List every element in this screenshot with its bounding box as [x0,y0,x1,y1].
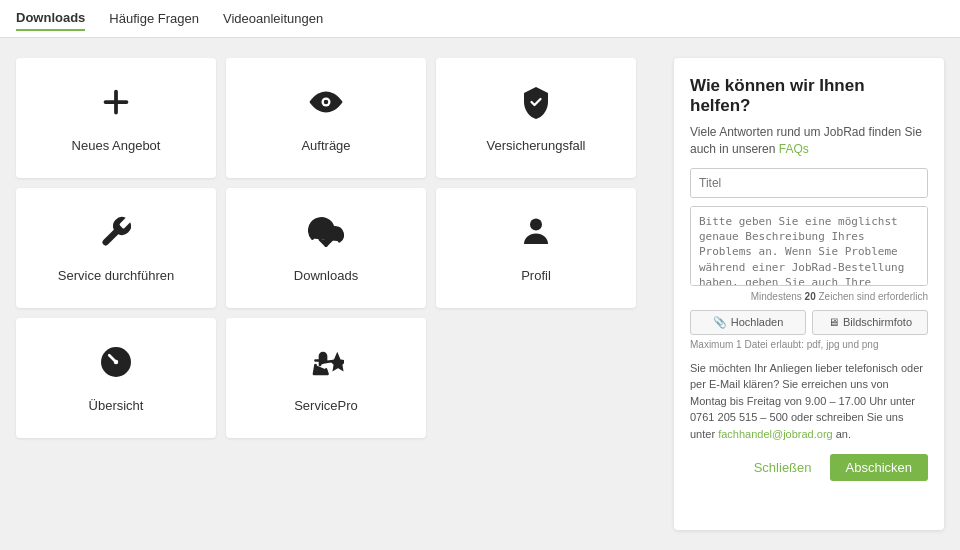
person-icon [518,214,554,258]
top-navigation: DownloadsHäufige FragenVideoanleitungen [0,0,960,38]
submit-button[interactable]: Abschicken [830,454,928,481]
char-hint-num: 20 [805,291,816,302]
tile-label-servicepro: ServicePro [294,398,358,413]
upload-row: 📎 Hochladen 🖥 Bildschirmfoto [690,310,928,335]
nav-item-downloads[interactable]: Downloads [16,6,85,31]
char-hint-post: Zeichen sind erforderlich [816,291,928,302]
dashboard-icon [98,344,134,388]
close-button[interactable]: Schließen [744,454,822,481]
download-cloud-icon [308,214,344,258]
tile-label-versicherungsfall: Versicherungsfall [487,138,586,153]
help-panel-title: Wie können wir Ihnen helfen? [690,76,928,116]
wrench-icon [98,214,134,258]
max-file-hint: Maximum 1 Datei erlaubt: pdf, jpg und pn… [690,339,928,350]
contact-text-2: an. [836,428,851,440]
tile-service[interactable]: Service durchführen [16,188,216,308]
tile-label-profil: Profil [521,268,551,283]
shield-icon [518,84,554,128]
help-panel-desc: Viele Antworten rund um JobRad finden Si… [690,124,928,158]
screenshot-icon: 🖥 [828,316,839,328]
tile-versicherungsfall[interactable]: Versicherungsfall [436,58,636,178]
upload-button[interactable]: 📎 Hochladen [690,310,806,335]
faq-link[interactable]: FAQs [779,142,809,156]
tile-auftraege[interactable]: Aufträge [226,58,426,178]
tile-grid: Neues AngebotAufträgeVersicherungsfallSe… [16,58,636,438]
tile-servicepro[interactable]: ServicePro [226,318,426,438]
svg-point-5 [114,359,119,364]
nav-item-video[interactable]: Videoanleitungen [223,7,323,30]
screenshot-label: Bildschirmfoto [843,316,912,328]
tile-label-neues-angebot: Neues Angebot [72,138,161,153]
tile-downloads[interactable]: Downloads [226,188,426,308]
tile-label-service: Service durchführen [58,268,174,283]
tile-neues-angebot[interactable]: Neues Angebot [16,58,216,178]
plus-icon [98,84,134,128]
svg-point-3 [530,218,542,230]
description-textarea[interactable] [690,206,928,286]
title-input[interactable] [690,168,928,198]
tile-grid-area: Neues AngebotAufträgeVersicherungsfallSe… [16,58,658,530]
hand-star-icon [308,344,344,388]
char-hint-pre: Mindestens [751,291,805,302]
tile-label-uebersicht: Übersicht [89,398,144,413]
eye-icon [308,84,344,128]
screenshot-button[interactable]: 🖥 Bildschirmfoto [812,310,928,335]
main-content: Neues AngebotAufträgeVersicherungsfallSe… [0,38,960,550]
svg-point-1 [324,99,329,104]
tile-profil[interactable]: Profil [436,188,636,308]
char-hint: Mindestens 20 Zeichen sind erforderlich [690,291,928,302]
nav-item-faq[interactable]: Häufige Fragen [109,7,199,30]
tile-uebersicht[interactable]: Übersicht [16,318,216,438]
upload-label: Hochladen [731,316,784,328]
help-panel: Wie können wir Ihnen helfen? Viele Antwo… [674,58,944,530]
tile-label-downloads: Downloads [294,268,358,283]
panel-actions: Schließen Abschicken [690,454,928,481]
contact-email-link[interactable]: fachhandel@jobrad.org [718,428,833,440]
contact-text: Sie möchten Ihr Anliegen lieber telefoni… [690,360,928,443]
tile-label-auftraege: Aufträge [301,138,350,153]
upload-icon: 📎 [713,316,727,329]
